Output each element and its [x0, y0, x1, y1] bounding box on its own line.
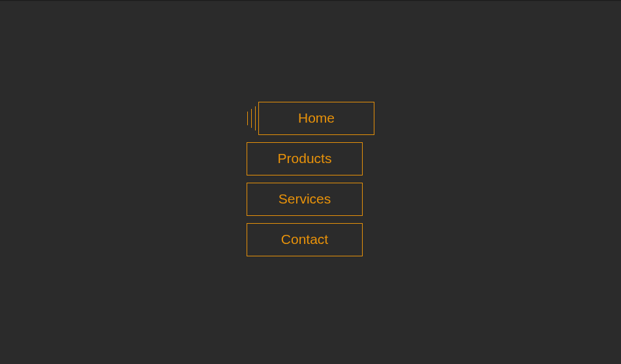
menu-item-label: Home	[298, 110, 335, 126]
menu-item-services[interactable]: Services	[247, 183, 363, 216]
menu-item-contact[interactable]: Contact	[247, 223, 363, 256]
main-menu: Home Products Services Contact	[247, 102, 374, 256]
active-indicator-bar	[255, 106, 256, 130]
menu-item-label: Products	[278, 151, 332, 166]
active-indicator-bar	[247, 112, 248, 125]
active-indicator-bar	[251, 109, 252, 128]
menu-item-products[interactable]: Products	[247, 142, 363, 175]
menu-item-label: Contact	[281, 232, 328, 247]
menu-item-home[interactable]: Home	[258, 102, 374, 135]
menu-item-label: Services	[279, 191, 331, 207]
